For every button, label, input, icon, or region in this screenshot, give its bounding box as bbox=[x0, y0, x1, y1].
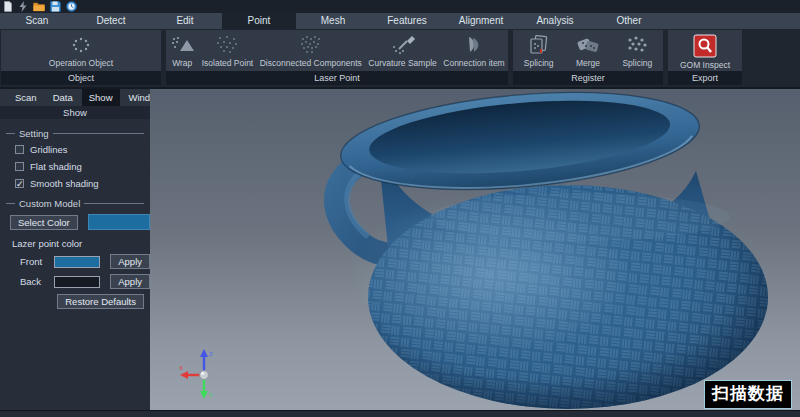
ribbon-group-label: Object bbox=[1, 71, 161, 85]
sidebar-panel: Scan Data Show Window Show Setting Gridl… bbox=[0, 89, 150, 410]
document-icon[interactable] bbox=[3, 1, 13, 12]
group-label-text: Custom Model bbox=[19, 198, 80, 209]
ribbon-toolbar: Operation Object Object Wrap bbox=[0, 29, 800, 89]
front-label: Front bbox=[20, 256, 54, 267]
folder-icon[interactable] bbox=[33, 1, 45, 12]
front-apply-button[interactable]: Apply bbox=[110, 254, 150, 269]
button-label: Wrap bbox=[172, 58, 192, 68]
button-label: Disconnected Components bbox=[260, 58, 362, 68]
disconnected-components-icon bbox=[298, 34, 324, 56]
gom-inspect-icon bbox=[693, 34, 717, 58]
tab-show[interactable]: Show bbox=[82, 89, 120, 106]
smooth-shading-checkbox[interactable]: ✓ bbox=[15, 179, 24, 188]
model-color-swatch[interactable] bbox=[88, 214, 150, 230]
select-color-row: Select Color bbox=[10, 214, 150, 230]
connection-item-icon bbox=[461, 34, 487, 56]
sidebar-tabs: Scan Data Show Window bbox=[0, 89, 150, 106]
lightning-icon[interactable] bbox=[18, 1, 28, 12]
splicing-points-icon bbox=[624, 34, 650, 56]
titlebar bbox=[0, 0, 800, 13]
axis-label-z: Z bbox=[209, 351, 213, 357]
setting-group-label: Setting bbox=[6, 128, 144, 139]
viewport-3d[interactable]: Z Y X 扫描数据 bbox=[150, 89, 800, 410]
save-icon[interactable] bbox=[50, 1, 61, 12]
menu-item-detect[interactable]: Detect bbox=[74, 13, 148, 29]
button-label: Operation Object bbox=[49, 58, 113, 68]
restore-defaults-button[interactable]: Restore Defaults bbox=[57, 294, 144, 309]
tab-data[interactable]: Data bbox=[46, 89, 80, 106]
scan-data-badge: 扫描数据 bbox=[705, 381, 791, 408]
gom-inspect-button[interactable]: GOM Inspect bbox=[678, 33, 732, 71]
menubar: Scan Detect Edit Point Mesh Features Ali… bbox=[0, 13, 800, 29]
gridlines-label: Gridlines bbox=[30, 144, 68, 155]
ribbon-group-register: Splicing Merge bbox=[513, 30, 663, 85]
tab-scan[interactable]: Scan bbox=[8, 89, 44, 106]
operation-object-button[interactable]: Operation Object bbox=[47, 33, 115, 69]
button-label: Splicing bbox=[524, 58, 554, 68]
axis-label-y: Y bbox=[209, 392, 213, 398]
operation-object-icon bbox=[69, 34, 93, 56]
menu-item-features[interactable]: Features bbox=[370, 13, 444, 29]
back-label: Back bbox=[20, 276, 54, 287]
menu-item-edit[interactable]: Edit bbox=[148, 13, 222, 29]
isolated-point-button[interactable]: Isolated Point bbox=[200, 33, 256, 69]
ribbon-group-label: Laser Point bbox=[166, 71, 508, 85]
button-label: Connection item bbox=[443, 58, 504, 68]
wrap-button[interactable]: Wrap bbox=[167, 33, 197, 69]
button-label: Curvature Sample bbox=[368, 58, 437, 68]
menu-item-scan[interactable]: Scan bbox=[0, 13, 74, 29]
wrap-icon bbox=[169, 34, 195, 56]
application-window: Scan Detect Edit Point Mesh Features Ali… bbox=[0, 0, 800, 417]
panel-title: Show bbox=[0, 106, 150, 119]
group-label-text: Setting bbox=[19, 128, 49, 139]
axis-triad: Z Y X bbox=[178, 347, 230, 399]
splicing-button[interactable]: Splicing bbox=[522, 33, 556, 69]
ribbon-group-laser-point: Wrap Isolated Point bbox=[166, 30, 508, 85]
disconnected-components-button[interactable]: Disconnected Components bbox=[258, 33, 364, 69]
button-label: Merge bbox=[576, 58, 600, 68]
ribbon-group-label: Export bbox=[668, 71, 742, 85]
smooth-shading-option[interactable]: ✓ Smooth shading bbox=[15, 178, 150, 189]
custom-model-group-label: Custom Model bbox=[6, 198, 144, 209]
statusbar bbox=[0, 410, 800, 417]
gridlines-checkbox[interactable] bbox=[15, 145, 24, 154]
menu-item-other[interactable]: Other bbox=[592, 13, 666, 29]
button-label: Splicing bbox=[622, 58, 652, 68]
connection-item-button[interactable]: Connection item bbox=[441, 33, 506, 69]
menu-item-analysis[interactable]: Analysis bbox=[518, 13, 592, 29]
flat-shading-label: Flat shading bbox=[30, 161, 82, 172]
menu-item-point[interactable]: Point bbox=[222, 13, 296, 29]
gridlines-option[interactable]: Gridlines bbox=[15, 144, 150, 155]
back-apply-button[interactable]: Apply bbox=[110, 274, 150, 289]
clock-icon[interactable] bbox=[66, 1, 77, 12]
back-color-swatch[interactable] bbox=[54, 276, 100, 288]
select-color-button[interactable]: Select Color bbox=[10, 215, 78, 230]
isolated-point-icon bbox=[214, 34, 240, 56]
lazer-point-color-label: Lazer point color bbox=[12, 238, 150, 249]
smooth-shading-label: Smooth shading bbox=[30, 178, 99, 189]
jug-shoulder-sheen bbox=[430, 193, 730, 241]
front-color-swatch[interactable] bbox=[54, 256, 100, 268]
curvature-sample-icon bbox=[390, 34, 416, 56]
front-color-row: Front Apply bbox=[20, 254, 150, 269]
scanned-model-pottery-jug[interactable] bbox=[150, 89, 800, 410]
content-area: Scan Data Show Window Show Setting Gridl… bbox=[0, 89, 800, 410]
button-label: GOM Inspect bbox=[680, 60, 730, 70]
curvature-sample-button[interactable]: Curvature Sample bbox=[366, 33, 439, 69]
restore-defaults-row: Restore Defaults bbox=[0, 294, 144, 309]
ribbon-group-label: Register bbox=[513, 71, 663, 85]
button-label: Isolated Point bbox=[202, 58, 254, 68]
flat-shading-option[interactable]: Flat shading bbox=[15, 161, 150, 172]
ribbon-group-export: GOM Inspect Export bbox=[668, 30, 742, 85]
splicing-documents-icon bbox=[527, 34, 551, 56]
back-color-row: Back Apply bbox=[20, 274, 150, 289]
menu-item-mesh[interactable]: Mesh bbox=[296, 13, 370, 29]
ribbon-group-object: Operation Object Object bbox=[1, 30, 161, 85]
merge-button[interactable]: Merge bbox=[573, 33, 603, 69]
flat-shading-checkbox[interactable] bbox=[15, 162, 24, 171]
axis-label-x: X bbox=[179, 365, 183, 371]
merge-icon bbox=[575, 34, 601, 56]
splicing-points-button[interactable]: Splicing bbox=[620, 33, 654, 69]
menu-item-alignment[interactable]: Alignment bbox=[444, 13, 518, 29]
